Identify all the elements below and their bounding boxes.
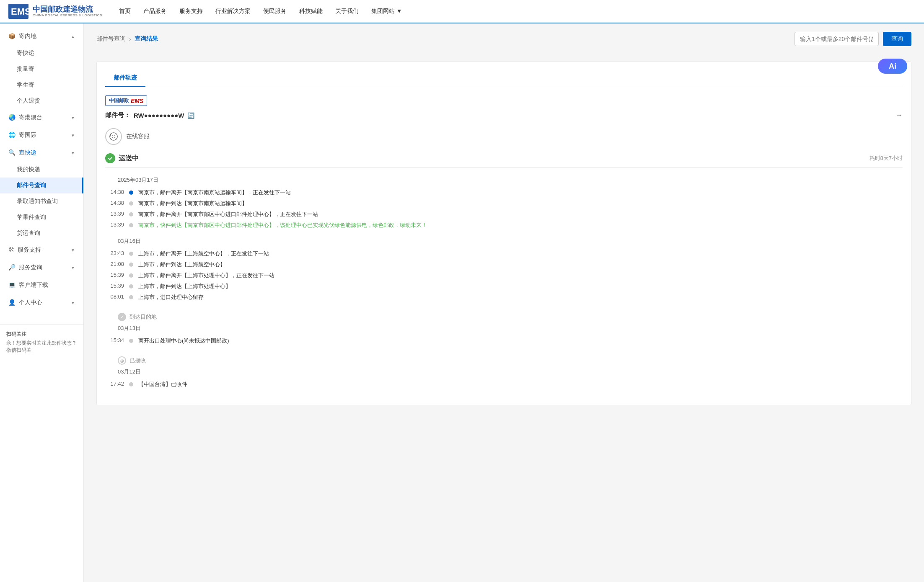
timeline-dot: [129, 382, 133, 386]
search-input[interactable]: [795, 32, 879, 46]
tracking-status-header: 运送中 耗时8天7小时: [105, 153, 903, 168]
date-0316: 03月16日: [105, 237, 903, 245]
sidebar-group-download-header[interactable]: 💻客户端下载: [0, 276, 83, 294]
query-arrow: ▼: [71, 265, 75, 270]
sidebar-item-my-express[interactable]: 我的快递: [0, 162, 83, 178]
timeline-dot: [129, 273, 133, 278]
qr-area: 扫码关注 亲！想要实时关注此邮件状态？微信扫码关: [0, 324, 83, 360]
sidebar: 📦寄内地 ▲ 寄快递 批量寄 学生寄 个人退货 🌏寄港澳台 ▼ 🌐寄国际 ▼: [0, 23, 84, 582]
sidebar-group-service-support: 🛠服务支持 ▼: [0, 241, 83, 259]
breadcrumb-current: 查询结果: [135, 35, 158, 43]
desc: 【中国台湾】已收件: [138, 381, 903, 388]
time: 08:01: [105, 294, 124, 300]
ems-logo: 中国邮政 EMS: [105, 95, 903, 106]
time: 13:39: [105, 221, 124, 228]
sidebar-group-service-query: 🔎服务查询 ▼: [0, 259, 83, 276]
timeline-group-0313: 03月13日 15:34 离开出口处理中心(尚未抵达中国邮政): [105, 324, 903, 346]
logo[interactable]: EMS 中国邮政速递物流 CHINA POSTAL EXPRESS & LOGI…: [8, 4, 102, 19]
milestone-label: 已揽收: [129, 357, 146, 364]
sidebar-group-service-query-header[interactable]: 🔎服务查询 ▼: [0, 259, 83, 276]
time: 21:08: [105, 261, 124, 267]
sidebar-group-domestic-header[interactable]: 📦寄内地 ▲: [0, 28, 83, 45]
sidebar-group-service-support-header[interactable]: 🛠服务支持 ▼: [0, 241, 83, 259]
svg-point-2: [110, 133, 117, 140]
sidebar-group-domestic: 📦寄内地 ▲ 寄快递 批量寄 学生寄 个人退货: [0, 28, 83, 109]
china-post-label: 中国邮政: [109, 97, 129, 104]
pkg-value: RW●●●●●●●●●W: [134, 112, 184, 119]
expand-icon[interactable]: →: [895, 111, 903, 120]
sidebar-item-freight[interactable]: 货运查询: [0, 225, 83, 241]
sidebar-item-apple[interactable]: 苹果件查询: [0, 209, 83, 225]
sidebar-item-tracking[interactable]: 邮件号查询: [0, 178, 83, 193]
svg-point-4: [114, 135, 115, 136]
desc: 南京市，快件到达【南京市邮区中心进口邮件处理中心】，该处理中心已实现光伏绿色能源…: [138, 221, 903, 229]
sidebar-item-student-send[interactable]: 学生寄: [0, 77, 83, 93]
sidebar-group-track-header[interactable]: 🔍查快递 ▼: [0, 144, 83, 162]
milestone-label: 到达目的地: [129, 313, 157, 321]
desc: 上海市，邮件到达【上海市处理中心】: [138, 283, 903, 290]
time: 14:38: [105, 189, 124, 195]
sidebar-group-international-header[interactable]: 🌐寄国际 ▼: [0, 126, 83, 144]
time: 15:39: [105, 272, 124, 278]
query-icon: 🔎: [8, 264, 16, 270]
sidebar-group-hkmo-header[interactable]: 🌏寄港澳台 ▼: [0, 109, 83, 126]
timeline-group-0316: 03月16日 23:43 上海市，邮件离开【上海航空中心】，正在发往下一站 21…: [105, 237, 903, 303]
sidebar-group-profile-header[interactable]: 👤个人中心 ▼: [0, 294, 83, 312]
ai-badge[interactable]: Ai: [878, 59, 907, 74]
timeline-dot: [129, 284, 133, 288]
timeline-dot: [129, 252, 133, 256]
timeline-dot: [129, 295, 133, 299]
timeline-group-0312: 03月12日 17:42 【中国台湾】已收件: [105, 368, 903, 390]
time: 17:42: [105, 381, 124, 387]
milestone-collected: ◎ 已揽收: [105, 353, 903, 368]
nav-service[interactable]: 服务支持: [179, 5, 203, 17]
top-navigation: EMS 中国邮政速递物流 CHINA POSTAL EXPRESS & LOGI…: [0, 0, 924, 23]
date-0313: 03月13日: [105, 324, 903, 332]
cs-label[interactable]: 在线客服: [126, 133, 150, 140]
nav-industry[interactable]: 行业解决方案: [215, 5, 251, 17]
main-content: 邮件号查询 › 查询结果 查询 邮件轨迹 中国邮政 EMS: [84, 23, 924, 582]
desc: 上海市，进口处理中心留存: [138, 294, 903, 301]
timeline-dot: [129, 201, 133, 206]
timeline-item: 15:39 上海市，邮件到达【上海市处理中心】: [105, 281, 903, 292]
nav-tech[interactable]: 科技赋能: [299, 5, 323, 17]
sidebar-item-return[interactable]: 个人退货: [0, 93, 83, 109]
service-arrow: ▼: [71, 248, 75, 252]
timeline-dot: [129, 263, 133, 267]
nav-about[interactable]: 关于我们: [335, 5, 359, 17]
sidebar-item-quick-send[interactable]: 寄快递: [0, 45, 83, 61]
timeline-item: 23:43 上海市，邮件离开【上海航空中心】，正在发往下一站: [105, 248, 903, 259]
timeline-item: 08:01 上海市，进口处理中心留存: [105, 292, 903, 303]
domestic-icon: 📦: [8, 33, 16, 39]
svg-point-3: [112, 135, 113, 136]
tab-tracking[interactable]: 邮件轨迹: [105, 70, 145, 87]
desc: 上海市，邮件离开【上海航空中心】，正在发往下一站: [138, 250, 903, 258]
status-text: 运送中: [119, 154, 139, 163]
tracking-card: 邮件轨迹 中国邮政 EMS 邮件号： RW●●●●●●●●●W 🔄 →: [96, 61, 911, 405]
svg-text:EMS: EMS: [11, 6, 28, 17]
sidebar-item-batch-send[interactable]: 批量寄: [0, 61, 83, 77]
status-dot: [105, 153, 115, 163]
breadcrumb: 邮件号查询 › 查询结果: [96, 35, 158, 43]
profile-arrow: ▼: [71, 301, 75, 305]
tabs: 邮件轨迹: [105, 70, 903, 87]
desc: 上海市，邮件到达【上海航空中心】: [138, 261, 903, 268]
sidebar-group-download: 💻客户端下载: [0, 276, 83, 294]
nav-home[interactable]: 首页: [119, 5, 131, 17]
desc: 离开出口处理中心(尚未抵达中国邮政): [138, 337, 903, 345]
search-bar: 查询: [795, 32, 911, 46]
logo-english: CHINA POSTAL EXPRESS & LOGISTICS: [33, 13, 102, 17]
timeline-group-0317: 2025年03月17日 14:38 南京市，邮件离开【南京市南京站运输车间】，正…: [105, 176, 903, 231]
nav-group[interactable]: 集团网站 ▼: [371, 5, 402, 17]
profile-icon: 👤: [8, 299, 16, 306]
copy-icon[interactable]: 🔄: [187, 112, 194, 119]
nav-convenience[interactable]: 便民服务: [263, 5, 287, 17]
breadcrumb-parent[interactable]: 邮件号查询: [96, 35, 126, 43]
sidebar-item-admission[interactable]: 录取通知书查询: [0, 193, 83, 209]
timeline-dot: [129, 191, 133, 195]
breadcrumb-separator: ›: [129, 36, 131, 42]
desc: 南京市，邮件到达【南京市南京站运输车间】: [138, 200, 903, 207]
search-button[interactable]: 查询: [883, 32, 911, 46]
nav-products[interactable]: 产品服务: [143, 5, 167, 17]
service-icon: 🛠: [8, 246, 14, 253]
